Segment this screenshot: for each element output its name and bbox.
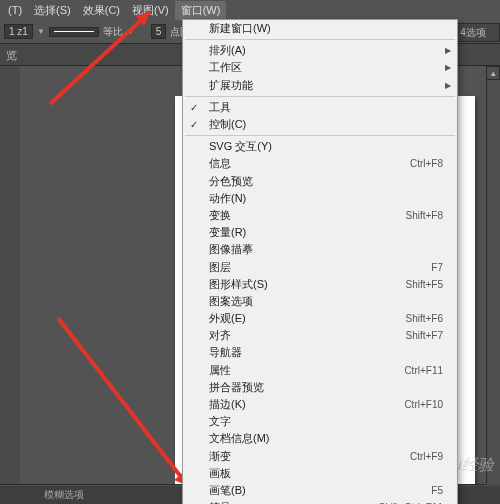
- menu-item-label: 新建窗口(W): [209, 21, 443, 36]
- menu-item-label: 工具: [209, 100, 443, 115]
- menu-item[interactable]: 文档信息(M): [183, 430, 457, 447]
- menu-item-shortcut: F7: [431, 262, 443, 273]
- menu-item-label: 动作(N): [209, 191, 443, 206]
- status-text: 模糊选项: [44, 489, 84, 500]
- menu-item[interactable]: SVG 交互(Y): [183, 138, 457, 155]
- menu-item-label: 变量(R): [209, 225, 443, 240]
- menu-item-label: 控制(C): [209, 117, 443, 132]
- menu-window[interactable]: 窗口(W): [175, 1, 227, 20]
- menu-item[interactable]: 工作区▶: [183, 59, 457, 76]
- menu-item-label: 外观(E): [209, 311, 405, 326]
- menu-item[interactable]: 文字: [183, 413, 457, 430]
- chevron-down-icon[interactable]: ▼: [37, 27, 45, 36]
- menu-item-label: SVG 交互(Y): [209, 139, 443, 154]
- chevron-down-icon[interactable]: ▼: [127, 27, 135, 36]
- menu-item[interactable]: 描边(K)Ctrl+F10: [183, 396, 457, 413]
- menu-item-label: 扩展功能: [209, 78, 443, 93]
- menu-item[interactable]: 扩展功能▶: [183, 77, 457, 94]
- menu-item-label: 拼合器预览: [209, 380, 443, 395]
- menu-item-shortcut: Ctrl+F8: [410, 158, 443, 169]
- check-icon: ✓: [190, 119, 198, 130]
- menu-item[interactable]: 图案选项: [183, 293, 457, 310]
- menu-item-shortcut: Shift+F8: [405, 210, 443, 221]
- menu-item-label: 渐变: [209, 449, 410, 464]
- menu-item[interactable]: 导航器: [183, 344, 457, 361]
- menu-item[interactable]: 渐变Ctrl+F9: [183, 448, 457, 465]
- scroll-up-button[interactable]: ▴: [486, 66, 500, 80]
- menu-item[interactable]: 动作(N): [183, 190, 457, 207]
- submenu-arrow-icon: ▶: [445, 63, 451, 72]
- menu-item-label: 图形样式(S): [209, 277, 405, 292]
- menu-item-shortcut: Ctrl+F11: [404, 365, 443, 376]
- menu-item-label: 图层: [209, 260, 431, 275]
- menu-item[interactable]: ✓工具: [183, 99, 457, 116]
- document-tab[interactable]: 览: [6, 49, 17, 61]
- submenu-arrow-icon: ▶: [445, 81, 451, 90]
- menu-item[interactable]: 外观(E)Shift+F6: [183, 310, 457, 327]
- vertical-scrollbar[interactable]: [486, 80, 500, 484]
- menu-item-shortcut: Shift+F7: [405, 330, 443, 341]
- check-icon: ✓: [190, 102, 198, 113]
- menu-item-label: 符号: [209, 500, 379, 504]
- menu-item-label: 变换: [209, 208, 405, 223]
- menu-item[interactable]: 分色预览: [183, 173, 457, 190]
- menu-item-label: 信息: [209, 156, 410, 171]
- menu-item-label: 画笔(B): [209, 483, 431, 498]
- menu-item-label: 文档信息(M): [209, 431, 443, 446]
- zoom-field[interactable]: 1 z1: [4, 24, 33, 39]
- menu-effect[interactable]: 效果(C): [77, 1, 126, 20]
- menu-item-label: 导航器: [209, 345, 443, 360]
- menu-item-shortcut: Shift+F6: [405, 313, 443, 324]
- menu-item[interactable]: 排列(A)▶: [183, 42, 457, 59]
- menu-item[interactable]: 变换Shift+F8: [183, 207, 457, 224]
- menu-item[interactable]: 符号Shift+Ctrl+F11: [183, 499, 457, 504]
- scale-mode-label: 等比: [103, 25, 123, 39]
- menu-item[interactable]: 属性Ctrl+F11: [183, 362, 457, 379]
- menu-item-label: 画板: [209, 466, 443, 481]
- menu-item-shortcut: Ctrl+F10: [404, 399, 443, 410]
- menu-item[interactable]: 图形样式(S)Shift+F5: [183, 276, 457, 293]
- menu-item[interactable]: 画笔(B)F5: [183, 482, 457, 499]
- menu-item-label: 图像描摹: [209, 242, 443, 257]
- menu-view[interactable]: 视图(V): [126, 1, 175, 20]
- stroke-preview[interactable]: [49, 27, 99, 37]
- menu-item-label: 对齐: [209, 328, 405, 343]
- menu-item-label: 文字: [209, 414, 443, 429]
- menu-item[interactable]: 画板: [183, 465, 457, 482]
- menu-item-label: 排列(A): [209, 43, 443, 58]
- menu-item[interactable]: 图层F7: [183, 258, 457, 275]
- menu-item[interactable]: 变量(R): [183, 224, 457, 241]
- menu-item[interactable]: 信息Ctrl+F8: [183, 155, 457, 172]
- menu-item[interactable]: 图像描摹: [183, 241, 457, 258]
- menubar: (T) 选择(S) 效果(C) 视图(V) 窗口(W): [0, 0, 500, 20]
- menu-item-shortcut: Ctrl+F9: [410, 451, 443, 462]
- menu-item-label: 描边(K): [209, 397, 404, 412]
- submenu-arrow-icon: ▶: [445, 46, 451, 55]
- points-field[interactable]: 5: [151, 24, 167, 39]
- window-menu-dropdown: 新建窗口(W)排列(A)▶工作区▶扩展功能▶✓工具✓控制(C)SVG 交互(Y)…: [182, 19, 458, 504]
- menu-item[interactable]: 对齐Shift+F7: [183, 327, 457, 344]
- menu-item[interactable]: 拼合器预览: [183, 379, 457, 396]
- menu-item-label: 分色预览: [209, 174, 443, 189]
- menu-t[interactable]: (T): [2, 2, 28, 18]
- menu-item-label: 工作区: [209, 60, 443, 75]
- menu-item[interactable]: 新建窗口(W): [183, 20, 457, 37]
- menu-item-label: 图案选项: [209, 294, 443, 309]
- menu-item[interactable]: ✓控制(C): [183, 116, 457, 133]
- menu-item-label: 属性: [209, 363, 404, 378]
- menu-select[interactable]: 选择(S): [28, 1, 77, 20]
- menu-item-shortcut: F5: [431, 485, 443, 496]
- menu-item-shortcut: Shift+F5: [405, 279, 443, 290]
